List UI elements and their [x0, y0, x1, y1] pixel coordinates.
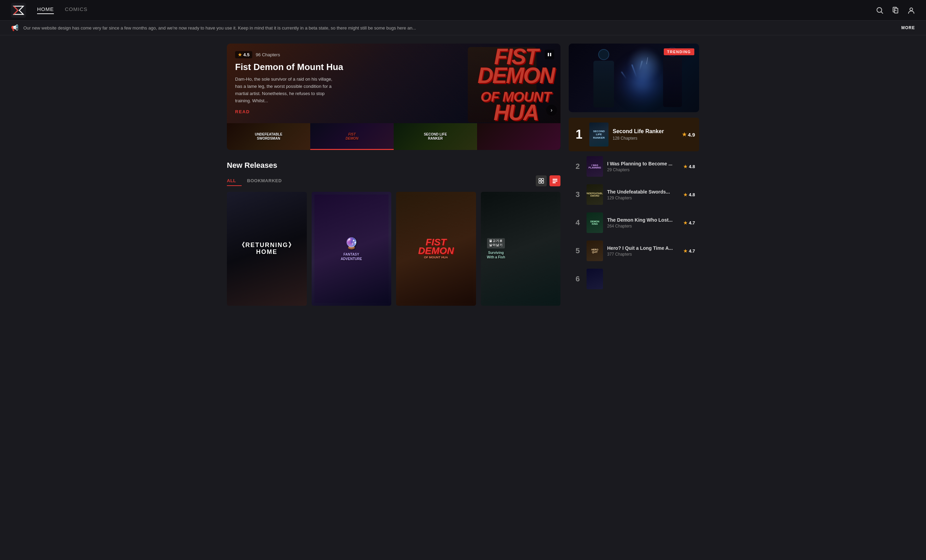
- rank-4-chapters: 264 Chapters: [607, 224, 679, 229]
- hero-read-button[interactable]: READ: [235, 109, 552, 114]
- rank-3-thumbnail: UNDEFEATABLESWORD: [587, 184, 603, 205]
- search-button[interactable]: [876, 6, 884, 14]
- hero-banner: FISTDEMONOF MOUNTHUA ★ 4.5 96 Chapters F…: [227, 44, 560, 150]
- trending-item-1[interactable]: 1 SECONDLIFERANKER Second Life Ranker 12…: [569, 118, 699, 151]
- comic-card-bg-2: FISTDEMON OF MOUNT HUA: [396, 192, 476, 306]
- new-releases-section: New Releases ALL BOOKMARKED: [227, 161, 560, 306]
- nav-comics[interactable]: COMICS: [65, 6, 88, 14]
- logo[interactable]: [11, 3, 26, 18]
- rank-1-score: ★ 4.9: [682, 132, 695, 138]
- hero-thumb-1[interactable]: UNDEFEATABLESWORDSMAN: [227, 123, 310, 150]
- trending-item-2[interactable]: 2 I WASPLANNING I Was Planning to Become…: [569, 153, 699, 180]
- thumb-bg-1: UNDEFEATABLESWORDSMAN: [227, 123, 310, 150]
- announcement-more[interactable]: MORE: [901, 26, 915, 30]
- hero-thumb-2[interactable]: FISTDEMON: [310, 123, 394, 150]
- rank-1-thumbnail: SECONDLIFERANKER: [589, 123, 608, 147]
- rank-3-score: ★ 4.8: [683, 192, 695, 197]
- rank-1-number: 1: [573, 127, 585, 142]
- rank-4-score: ★ 4.7: [683, 220, 695, 226]
- svg-rect-11: [539, 179, 541, 180]
- trending-item-5[interactable]: 5 HEROQUIT Hero? I Quit a Long Time A...…: [569, 237, 699, 265]
- nav-actions: [876, 6, 915, 14]
- trending-list: 1 SECONDLIFERANKER Second Life Ranker 12…: [569, 118, 699, 293]
- bookmark-button[interactable]: [892, 6, 899, 14]
- hero-next-button[interactable]: ›: [546, 104, 557, 116]
- trending-visual-card[interactable]: TRENDING: [569, 44, 699, 112]
- star-icon-4: ★: [683, 220, 687, 226]
- rank-4-info: The Demon King Who Lost... 264 Chapters: [607, 217, 679, 229]
- rank-4-thumbnail: DEMONKING: [587, 212, 603, 233]
- nav-links: HOME COMICS: [37, 6, 876, 14]
- tab-bookmarked[interactable]: BOOKMARKED: [247, 176, 287, 186]
- rank-3-info: The Undefeatable Swords... 129 Chapters: [607, 189, 679, 200]
- rank-5-info: Hero? I Quit a Long Time A... 377 Chapte…: [607, 245, 679, 257]
- svg-rect-12: [542, 179, 544, 180]
- rank-3-chapters: 129 Chapters: [607, 195, 679, 200]
- section-tabs: ALL BOOKMARKED: [227, 176, 560, 186]
- svg-rect-16: [552, 180, 557, 182]
- comic-card-bg-0: 《RETURNING》HOME: [227, 192, 307, 306]
- svg-rect-15: [552, 179, 557, 180]
- main-nav: HOME COMICS: [0, 0, 926, 21]
- thumb-active-bar: [310, 149, 394, 150]
- nav-home[interactable]: HOME: [37, 6, 54, 14]
- star-icon-5: ★: [683, 248, 687, 254]
- thumb-bg-4: [477, 123, 560, 150]
- svg-line-5: [881, 12, 883, 14]
- new-releases-title: New Releases: [227, 161, 560, 170]
- trending-badge: TRENDING: [664, 48, 694, 55]
- star-icon-1: ★: [682, 132, 687, 138]
- view-toggles: [536, 176, 560, 186]
- rank-2-score-value: 4.8: [689, 164, 695, 169]
- rank-2-name: I Was Planning to Become ...: [607, 161, 679, 166]
- announcement-icon: 📢: [11, 24, 18, 32]
- comic-card-1[interactable]: 🔮 FANTASYADVENTURE: [312, 192, 392, 306]
- rank-5-thumb-bg: HEROQUIT: [587, 241, 603, 261]
- rank-1-chapters: 128 Chapters: [613, 136, 678, 141]
- trending-item-4[interactable]: 4 DEMONKING The Demon King Who Lost... 2…: [569, 209, 699, 236]
- comics-grid: 《RETURNING》HOME 🔮 FANTASYADVENTURE FIS: [227, 192, 560, 306]
- right-column: TRENDING: [569, 44, 699, 306]
- comic-card-2[interactable]: FISTDEMON OF MOUNT HUA: [396, 192, 476, 306]
- hero-description: Dam-Ho, the sole survivor of a raid on h…: [235, 76, 338, 104]
- svg-rect-9: [548, 53, 549, 56]
- rank-5-name: Hero? I Quit a Long Time A...: [607, 245, 679, 251]
- hero-rating-value: 4.5: [244, 52, 250, 57]
- rank-5-score: ★ 4.7: [683, 248, 695, 254]
- rank-2-chapters: 29 Chapters: [607, 168, 679, 172]
- trending-item-3[interactable]: 3 UNDEFEATABLESWORD The Undefeatable Swo…: [569, 181, 699, 208]
- hero-title: Fist Demon of Mount Hua: [235, 62, 552, 73]
- rank-6-number: 6: [573, 274, 583, 283]
- hero-thumbnails: UNDEFEATABLESWORDSMAN FISTDEMON SECOND L…: [227, 123, 560, 150]
- hero-pause-button[interactable]: [545, 50, 554, 59]
- rank-5-thumbnail: HEROQUIT: [587, 241, 603, 261]
- rank-4-number: 4: [573, 218, 583, 227]
- announcement-text: Our new website design has come very far…: [23, 26, 896, 30]
- comic-card-0[interactable]: 《RETURNING》HOME: [227, 192, 307, 306]
- thumb-bg-3: SECOND LIFERANKER: [394, 123, 477, 150]
- svg-rect-17: [552, 182, 556, 183]
- comic-card-3[interactable]: 물고기로살아남기 SurvivingWith a Fish: [481, 192, 561, 306]
- rank-5-number: 5: [573, 247, 583, 255]
- rank-5-chapters: 377 Chapters: [607, 252, 679, 257]
- svg-rect-14: [542, 181, 544, 183]
- rank-2-number: 2: [573, 162, 583, 171]
- grid-view-button[interactable]: [536, 176, 547, 186]
- rank-3-score-value: 4.8: [689, 192, 695, 197]
- rank-3-thumb-bg: UNDEFEATABLESWORD: [587, 184, 603, 205]
- tab-all[interactable]: ALL: [227, 176, 242, 186]
- list-view-button[interactable]: [549, 176, 560, 186]
- hero-thumb-4[interactable]: [477, 123, 560, 150]
- rank-3-number: 3: [573, 190, 583, 199]
- rank-2-thumbnail: I WASPLANNING: [587, 156, 603, 177]
- star-icon: ★: [238, 52, 242, 57]
- trending-item-6[interactable]: 6: [569, 265, 699, 293]
- hero-rating: ★ 4.5: [235, 51, 252, 58]
- profile-button[interactable]: [908, 6, 915, 14]
- hero-thumb-3[interactable]: SECOND LIFERANKER: [394, 123, 477, 150]
- left-column: FISTDEMONOF MOUNTHUA ★ 4.5 96 Chapters F…: [227, 44, 560, 306]
- rank-3-name: The Undefeatable Swords...: [607, 189, 679, 195]
- star-icon-3: ★: [683, 192, 687, 197]
- rank-4-thumb-bg: DEMONKING: [587, 212, 603, 233]
- star-icon-2: ★: [683, 164, 687, 169]
